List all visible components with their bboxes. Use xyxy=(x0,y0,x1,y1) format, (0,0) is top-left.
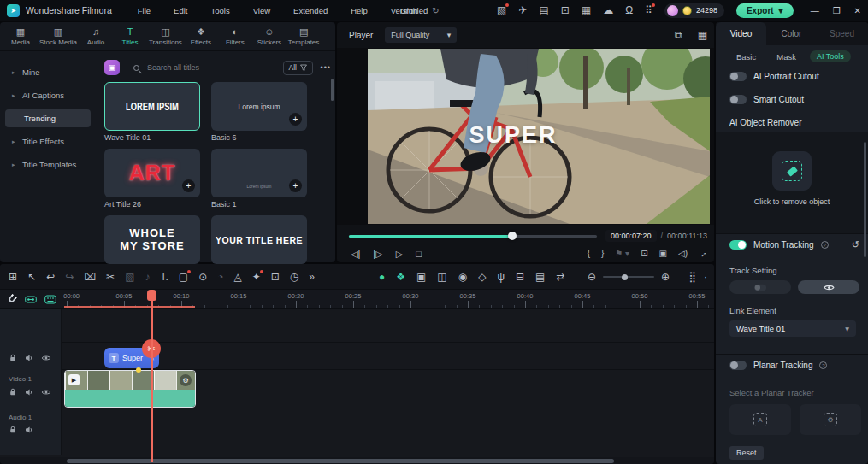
share-icon[interactable]: ✈ xyxy=(518,5,527,15)
timeline-hscrollbar[interactable] xyxy=(0,457,714,464)
tab-titles[interactable]: T Titles xyxy=(113,22,147,50)
motion-tracking-toggle[interactable] xyxy=(729,240,747,250)
sidebar-item-trending[interactable]: ▸ Trending xyxy=(5,109,91,127)
mark-out-icon[interactable]: } xyxy=(601,250,604,258)
tab-audio[interactable]: ♫ Audio xyxy=(79,22,113,50)
tab-templates[interactable]: ▤ Templates xyxy=(286,22,321,50)
title-card-preview[interactable]: Lorem ipsum + xyxy=(211,149,307,197)
menu-view[interactable]: View xyxy=(253,6,270,15)
split-icon[interactable]: ✂ xyxy=(106,272,115,282)
subtab-basic[interactable]: Basic xyxy=(729,50,763,63)
toolbox-icon[interactable]: ⊞ xyxy=(9,272,17,282)
save-project-icon[interactable]: ▦ xyxy=(582,5,591,15)
seek-handle[interactable] xyxy=(508,232,517,240)
avatar[interactable] xyxy=(667,5,678,16)
export-doc-icon[interactable]: ▤ xyxy=(539,5,548,15)
add-to-timeline-button[interactable]: + xyxy=(289,113,302,126)
playhead-pin[interactable] xyxy=(147,290,156,301)
toolbar-overflow-icon[interactable]: · xyxy=(704,272,707,282)
tracker-manual-box[interactable]: ⚙ xyxy=(800,404,861,435)
color-wheel-icon[interactable]: ◬ xyxy=(233,272,241,282)
tab-effects[interactable]: ❖ Effects xyxy=(184,22,218,50)
lock-icon[interactable] xyxy=(9,354,17,362)
denoise-icon[interactable]: ◇ xyxy=(478,272,486,282)
tab-speed[interactable]: Speed xyxy=(817,22,867,45)
video-preview[interactable]: SUPER xyxy=(337,48,714,225)
properties-scrollbar[interactable] xyxy=(864,142,866,257)
redo-icon[interactable]: ↪ xyxy=(65,272,74,282)
keyboard-shortcut-icon[interactable] xyxy=(44,295,56,304)
multi-view-icon[interactable]: ⧉ xyxy=(675,30,682,40)
video-clip[interactable]: ▶ ⚙ xyxy=(64,370,196,408)
zoom-in-icon[interactable]: ⊕ xyxy=(661,272,670,282)
clip-play-icon[interactable]: ▶ xyxy=(68,374,80,385)
account-pill[interactable]: 24298 xyxy=(664,3,724,18)
smart-cutout-toggle[interactable] xyxy=(729,95,747,104)
text-tool-icon[interactable]: T. xyxy=(160,272,168,282)
tab-video[interactable]: Video xyxy=(716,22,766,45)
close-button[interactable]: ✕ xyxy=(854,6,861,15)
fullscreen-icon[interactable]: ↔ xyxy=(697,248,709,260)
ai-portrait-cutout-toggle[interactable] xyxy=(729,72,747,81)
tab-transitions[interactable]: ◫ Transitions xyxy=(147,22,184,50)
eye-icon[interactable] xyxy=(41,355,51,361)
adjust-tool-icon[interactable]: ⊡ xyxy=(271,272,280,282)
sidebar-item-mine[interactable]: ▸ Mine xyxy=(5,63,91,81)
add-to-timeline-button[interactable]: + xyxy=(182,179,195,192)
tab-stock-media[interactable]: ▥ Stock Media xyxy=(38,22,79,50)
track-manager-icon[interactable]: ⣿ xyxy=(688,272,696,282)
mute-icon[interactable] xyxy=(25,426,33,434)
mask-tool-icon[interactable]: ▢ xyxy=(179,272,188,282)
playhead-line[interactable] xyxy=(151,291,153,462)
title-card-preview[interactable]: Lorem ipsum + xyxy=(211,82,307,131)
promotion-icon[interactable]: ▧ xyxy=(497,5,506,15)
seek-bar[interactable] xyxy=(349,235,597,238)
info-icon[interactable]: ? xyxy=(819,361,827,369)
audio-stretch-icon[interactable]: ♪ xyxy=(145,272,150,282)
camera-snapshot-icon[interactable]: ▣ xyxy=(659,250,667,258)
filter-all-button[interactable]: All xyxy=(283,61,313,75)
stop-button[interactable]: □ xyxy=(416,250,422,259)
zoom-slider[interactable] xyxy=(603,276,654,278)
timeline-hscrollbar-thumb[interactable] xyxy=(67,459,614,463)
render-preview-icon[interactable]: ▤ xyxy=(535,272,545,282)
title-card-preview[interactable]: LOREM IPSIM + xyxy=(104,82,200,131)
speed-ramp-icon[interactable]: ◫ xyxy=(437,272,446,282)
volume-icon[interactable]: ◁) xyxy=(678,250,688,258)
voiceover-icon[interactable]: ψ xyxy=(497,272,505,282)
link-clips-icon[interactable] xyxy=(25,295,37,304)
speed-tool-icon[interactable]: ◔ xyxy=(217,272,223,282)
titles-scrollbar[interactable] xyxy=(331,79,334,101)
planar-tracking-toggle[interactable] xyxy=(729,361,747,370)
magnet-icon[interactable] xyxy=(5,292,20,307)
reset-button[interactable]: Reset xyxy=(729,446,764,460)
auto-ripple-icon[interactable]: ⇄ xyxy=(556,272,564,282)
select-tool-icon[interactable]: ↖ xyxy=(27,272,36,282)
scene-detect-icon[interactable]: ⊟ xyxy=(516,272,524,282)
remove-object-button[interactable] xyxy=(772,151,812,191)
clip-settings-icon[interactable]: ⚙ xyxy=(180,374,192,386)
cloud-upload-icon[interactable]: ☁ xyxy=(603,5,613,15)
record-icon[interactable]: ◉ xyxy=(458,272,467,282)
title-card[interactable]: Lorem ipsum + Basic 6 xyxy=(211,82,307,144)
mute-icon[interactable] xyxy=(25,354,33,362)
tab-media[interactable]: ▦ Media xyxy=(3,22,38,50)
timer-tool-icon[interactable]: ◷ xyxy=(290,272,298,282)
search-input[interactable] xyxy=(145,62,239,73)
menu-tools[interactable]: Tools xyxy=(210,6,229,15)
menu-extended[interactable]: Extended xyxy=(293,6,328,15)
motion-tracking-reset-icon[interactable]: ↺ xyxy=(852,240,859,250)
menu-edit[interactable]: Edit xyxy=(174,6,187,15)
tab-filters[interactable]: ◐ Filters xyxy=(218,22,252,50)
more-tools-icon[interactable]: » xyxy=(309,272,315,282)
play-button[interactable]: ▷ xyxy=(396,250,403,259)
quality-dropdown[interactable]: Full Quality ▾ xyxy=(385,27,457,43)
subtab-ai-tools[interactable]: AI Tools xyxy=(810,50,851,62)
titles-store-badge[interactable]: ▣ xyxy=(104,60,120,75)
menu-file[interactable]: File xyxy=(138,6,151,15)
timeline-tracks-area[interactable]: Video 1 Audio 1 T Super ✎ ✂ xyxy=(0,309,714,455)
title-card[interactable]: Lorem ipsum + Basic 1 xyxy=(211,149,307,210)
sidebar-item-ai-captions[interactable]: ▸ AI Captions xyxy=(5,86,91,104)
tab-color[interactable]: Color xyxy=(766,22,817,45)
crop-icon[interactable]: ▧ xyxy=(125,272,134,282)
